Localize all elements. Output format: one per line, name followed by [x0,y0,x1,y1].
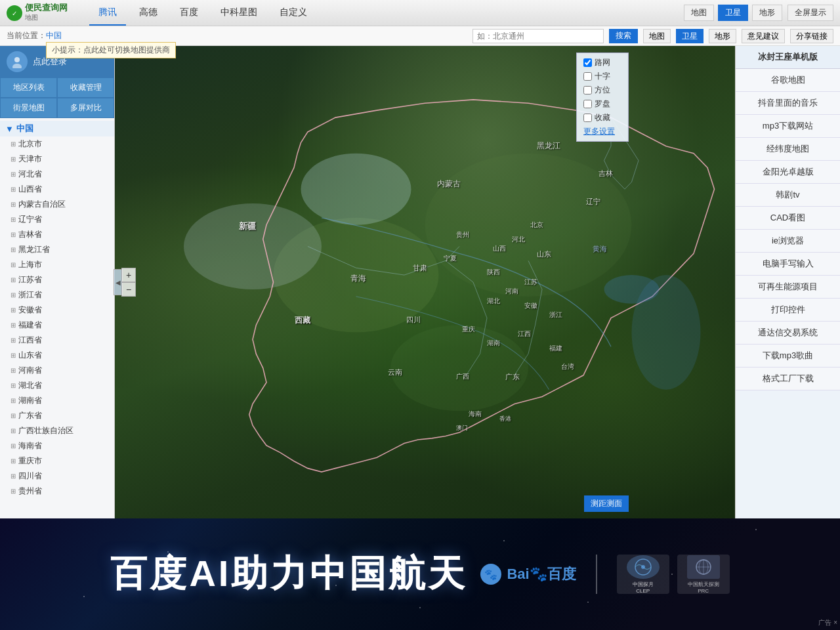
map-area[interactable]: 黑龙江 内蒙古 吉林 新疆 辽宁 北京 河北 山西 宁夏 甘肃 陕西 山东 河南… [115,46,735,518]
control-favorites[interactable]: 收藏 [583,112,621,123]
breadcrumb-link[interactable]: 中国 [46,31,62,40]
expand-icon: ⊞ [10,140,16,148]
tree-item-jilin[interactable]: ⊞吉林省 [0,227,114,242]
zoom-in-btn[interactable]: + [121,268,136,282]
ad-content: 百度AI助力中国航天 🐾 Bai🐾百度 中国探月CLEP [110,549,729,599]
right-link-kdrama[interactable]: 韩剧tv [736,184,840,207]
nav-tab-custom[interactable]: 自定义 [270,1,316,26]
nav-tab-zhongke[interactable]: 中科星图 [211,1,266,26]
tree-item-tianjin[interactable]: ⊞天津市 [0,152,114,167]
right-link-format[interactable]: 格式工厂下载 [736,368,840,390]
expand-icon: ⊞ [10,156,16,163]
ad-close-text[interactable]: 广告 × [818,618,837,627]
measure-button[interactable]: 测距测面 [584,495,629,512]
share-link-btn[interactable]: 分享链接 [790,29,833,43]
tree-item-anhui[interactable]: ⊞安徽省 [0,303,114,318]
right-panel: 冰封王座单机版 谷歌地图 抖音里面的音乐 mp3下载网站 经纬度地图 金阳光卓越… [735,46,840,518]
tree-item-shanxi[interactable]: ⊞山西省 [0,182,114,197]
label-beijing: 北京 [530,220,543,230]
svg-point-3 [12,64,22,68]
expand-icon: ⊞ [10,442,16,450]
right-link-google-map[interactable]: 谷歌地图 [736,69,840,92]
label-jilin: 吉林 [598,169,613,178]
tree-item-beijing[interactable]: ⊞北京市 [0,136,114,152]
second-maptype-map[interactable]: 地图 [643,29,671,43]
street-view-btn[interactable]: 街景地图 [0,98,57,118]
tree-root-china[interactable]: ▼ 中国 [0,121,114,136]
orientation-checkbox[interactable] [583,86,592,94]
control-compass2[interactable]: 罗盘 [583,98,621,110]
right-link-gold-sun[interactable]: 金阳光卓越版 [736,161,840,184]
label-anhui: 安徽 [524,301,537,310]
right-link-mp3-song[interactable]: 下载mp3歌曲 [736,345,840,368]
second-maptype-terrain[interactable]: 地形 [709,29,736,43]
control-crosshair[interactable]: 十字 [583,71,621,82]
tree-item-hebei[interactable]: ⊞河北省 [0,167,114,182]
feedback-btn[interactable]: 意见建议 [742,29,785,43]
bottom-ad-banner: 百度AI助力中国航天 🐾 Bai🐾百度 中国探月CLEP [0,518,840,630]
right-link-handwrite[interactable]: 电脑手写输入 [736,253,840,276]
tree-item-hubei[interactable]: ⊞湖北省 [0,378,114,393]
nav-tab-gaode[interactable]: 高德 [130,1,167,26]
maptype-terrain-btn[interactable]: 地形 [752,5,782,21]
ad-baidu-logo: 🐾 Bai🐾百度 [480,564,576,585]
tree-item-guangxi[interactable]: ⊞广西壮族自治区 [0,423,114,438]
expand-icon: ⊞ [10,231,16,238]
label-qinghai: 青海 [350,273,366,284]
control-compass[interactable]: 方位 [583,85,621,96]
roadnet-checkbox[interactable] [583,58,592,67]
roadnet-label: 路网 [595,57,610,68]
tree-item-hunan[interactable]: ⊞湖南省 [0,393,114,408]
label-shaanxi: 陕西 [487,268,500,277]
tree-item-zhejiang[interactable]: ⊞浙江省 [0,287,114,303]
search-input[interactable] [472,29,604,43]
crosshair-checkbox[interactable] [583,72,592,81]
compass-checkbox[interactable] [583,100,592,108]
nav-tab-baidu[interactable]: 百度 [171,1,207,26]
favorites-checkbox[interactable] [583,114,592,122]
tree-item-guizhou[interactable]: ⊞贵州省 [0,484,114,499]
tree-item-shandong[interactable]: ⊞山东省 [0,348,114,363]
expand-icon: ⊞ [10,201,16,208]
tree-item-guangdong[interactable]: ⊞广东省 [0,408,114,423]
label-henan: 河南 [505,287,518,296]
tree-item-henan[interactable]: ⊞河南省 [0,363,114,378]
logo-icon: ✓ [7,5,22,21]
tree-item-fujian[interactable]: ⊞福建省 [0,318,114,333]
expand-icon: ⊞ [10,472,16,480]
zoom-out-btn[interactable]: − [121,282,136,297]
control-roadnet[interactable]: 路网 [583,57,621,68]
nav-tab-tencent[interactable]: 腾讯 [89,1,126,26]
expand-icon: ⊞ [10,186,16,193]
search-button[interactable]: 搜索 [609,29,638,43]
right-link-douyin-music[interactable]: 抖音里面的音乐 [736,92,840,115]
favorites-btn[interactable]: 收藏管理 [57,77,114,98]
tree-item-sichuan[interactable]: ⊞四川省 [0,469,114,484]
right-link-print[interactable]: 打印控件 [736,299,840,322]
maptype-satellite-btn[interactable]: 卫星 [718,5,748,21]
tree-item-hainan[interactable]: ⊞海南省 [0,438,114,453]
region-list-btn[interactable]: 地区列表 [0,77,57,98]
right-link-cad[interactable]: CAD看图 [736,207,840,230]
label-hebei: 河北 [512,235,525,244]
tree-item-shanghai[interactable]: ⊞上海市 [0,257,114,272]
right-link-ie[interactable]: ie浏览器 [736,230,840,253]
second-maptype-satellite[interactable]: 卫星 [676,29,704,43]
right-link-latlng-map[interactable]: 经纬度地图 [736,138,840,161]
right-link-renewable[interactable]: 可再生能源项目 [736,276,840,299]
right-link-mp3-download[interactable]: mp3下载网站 [736,115,840,138]
tree-item-heilongjiang[interactable]: ⊞黑龙江省 [0,242,114,257]
fullscreen-btn[interactable]: 全屏显示 [788,5,833,21]
label-shanxi: 山西 [493,244,506,253]
tree-item-jiangxi[interactable]: ⊞江西省 [0,333,114,348]
multiscreen-btn[interactable]: 多屏对比 [57,98,114,118]
tree-item-chongqing[interactable]: ⊞重庆市 [0,453,114,469]
right-link-trading[interactable]: 通达信交易系统 [736,322,840,345]
expand-icon: ⊞ [10,246,16,253]
tree-item-neimenggu[interactable]: ⊞内蒙古自治区 [0,197,114,212]
more-settings-link[interactable]: 更多设置 [583,126,621,137]
tree-item-liaoning[interactable]: ⊞辽宁省 [0,212,114,227]
maptype-map-btn[interactable]: 地图 [684,5,714,21]
label-hubei: 湖北 [487,297,500,306]
tree-item-jiangsu[interactable]: ⊞江苏省 [0,272,114,287]
